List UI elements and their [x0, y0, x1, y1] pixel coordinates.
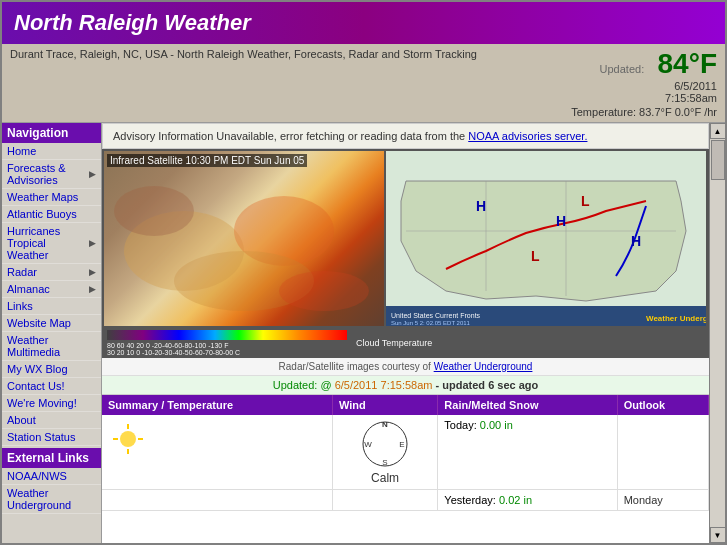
legend-bar: 80 60 40 20 0 -20-40-60-80-100 -130 F 30…: [102, 328, 709, 358]
scroll-thumb[interactable]: [711, 140, 725, 180]
advisory-text: Advisory Information Unavailable, error …: [113, 130, 468, 142]
legend-label: Cloud Temperature: [356, 338, 432, 348]
temp-details: Temperature: 83.7°F 0.0°F /hr: [571, 106, 717, 118]
nav-header: Navigation: [2, 123, 101, 143]
sidebar-item-website-map[interactable]: Website Map: [2, 315, 101, 332]
svg-text:United States Current Fronts: United States Current Fronts: [391, 312, 481, 319]
cell-rain-1: Today: 0.00 in: [438, 415, 617, 490]
legend-scale: 80 60 40 20 0 -20-40-60-80-100 -130 F: [107, 342, 347, 349]
weather-map: H H H L L United States Current Fronts S…: [386, 151, 706, 326]
updated-date: 6/5/2011: [674, 80, 717, 92]
courtesy-bar: Radar/Satellite images courtesy of Weath…: [102, 358, 709, 376]
cell-outlook-2: Monday: [617, 490, 708, 511]
cell-summary-1: [102, 415, 332, 490]
svg-rect-19: [107, 330, 347, 340]
sidebar-item-contact[interactable]: Contact Us!: [2, 378, 101, 395]
col-outlook: Outlook: [617, 395, 708, 415]
sidebar-item-links[interactable]: Links: [2, 298, 101, 315]
scroll-down-button[interactable]: ▼: [710, 527, 726, 543]
scroll-up-button[interactable]: ▲: [710, 123, 726, 139]
updated-time: 7:15:58am: [665, 92, 717, 104]
sidebar-item-wu[interactable]: Weather Underground: [2, 485, 101, 514]
cell-summary-2: [102, 490, 332, 511]
sidebar-item-forecasts[interactable]: Forecasts & Advisories ▶: [2, 160, 101, 189]
svg-point-3: [114, 186, 194, 236]
svg-text:W: W: [364, 440, 372, 449]
cell-rain-2: Yesterday: 0.02 in: [438, 490, 617, 511]
svg-text:L: L: [581, 193, 590, 209]
svg-text:E: E: [399, 440, 404, 449]
col-wind: Wind: [332, 395, 437, 415]
sidebar-item-radar[interactable]: Radar ▶: [2, 264, 101, 281]
table-row: Yesterday: 0.02 in Monday: [102, 490, 709, 511]
svg-text:H: H: [556, 213, 566, 229]
legend-scale2: 30 20 10 0 -10-20-30-40-50-60-70-80-00 C: [107, 349, 347, 356]
satellite-image: Infrared Satellite 10:30 PM EDT Sun Jun …: [104, 151, 384, 326]
sidebar-item-home[interactable]: Home: [2, 143, 101, 160]
sidebar-item-station-status[interactable]: Station Status: [2, 429, 101, 446]
svg-point-20: [120, 431, 136, 447]
cell-wind-1: N E S W Calm: [332, 415, 437, 490]
col-rain: Rain/Melted Snow: [438, 395, 617, 415]
svg-point-4: [279, 271, 369, 311]
table-row: N E S W Calm Today: 0.00 in: [102, 415, 709, 490]
cell-outlook-1: [617, 415, 708, 490]
cell-wind-2: [332, 490, 437, 511]
advisory-bar: Advisory Information Unavailable, error …: [102, 123, 709, 149]
updated-label: Updated:: [600, 63, 645, 75]
chevron-right-icon-4: ▶: [89, 284, 96, 294]
chevron-right-icon: ▶: [89, 169, 96, 179]
sidebar-item-wx-blog[interactable]: My WX Blog: [2, 361, 101, 378]
svg-text:S: S: [382, 458, 387, 467]
svg-text:H: H: [631, 233, 641, 249]
advisory-link[interactable]: NOAA advisories server.: [468, 130, 587, 142]
temp-big: 84°F: [658, 48, 717, 79]
data-table: Summary / Temperature Wind Rain/Melted S…: [102, 395, 709, 511]
page-title: North Raleigh Weather: [14, 10, 713, 36]
sidebar-item-almanac[interactable]: Almanac ▶: [2, 281, 101, 298]
update-bar: Updated: @ 6/5/2011 7:15:58am - updated …: [102, 376, 709, 395]
svg-text:Weather Underground: Weather Underground: [646, 314, 706, 323]
chevron-right-icon-3: ▶: [89, 267, 96, 277]
sidebar-item-hurricanes[interactable]: Hurricanes Tropical Weather ▶: [2, 223, 101, 264]
sidebar-item-atlantic-buoys[interactable]: Atlantic Buoys: [2, 206, 101, 223]
courtesy-link[interactable]: Weather Underground: [434, 361, 533, 372]
col-summary: Summary / Temperature: [102, 395, 332, 415]
wind-calm: Calm: [339, 471, 431, 485]
svg-text:H: H: [476, 198, 486, 214]
sidebar-item-weather-multimedia[interactable]: Weather Multimedia: [2, 332, 101, 361]
svg-text:N: N: [382, 420, 388, 429]
sidebar-item-about[interactable]: About: [2, 412, 101, 429]
svg-text:L: L: [531, 248, 540, 264]
ext-header: External Links: [2, 448, 101, 468]
sidebar-item-weather-maps[interactable]: Weather Maps: [2, 189, 101, 206]
sidebar-item-moving[interactable]: We're Moving!: [2, 395, 101, 412]
subtitle-text: Durant Trace, Raleigh, NC, USA - North R…: [10, 48, 477, 60]
chevron-right-icon-2: ▶: [89, 238, 96, 248]
sidebar-item-noaa[interactable]: NOAA/NWS: [2, 468, 101, 485]
svg-text:Sun Jun 5 2: 02.05 EDT 2011: Sun Jun 5 2: 02.05 EDT 2011: [391, 320, 471, 326]
